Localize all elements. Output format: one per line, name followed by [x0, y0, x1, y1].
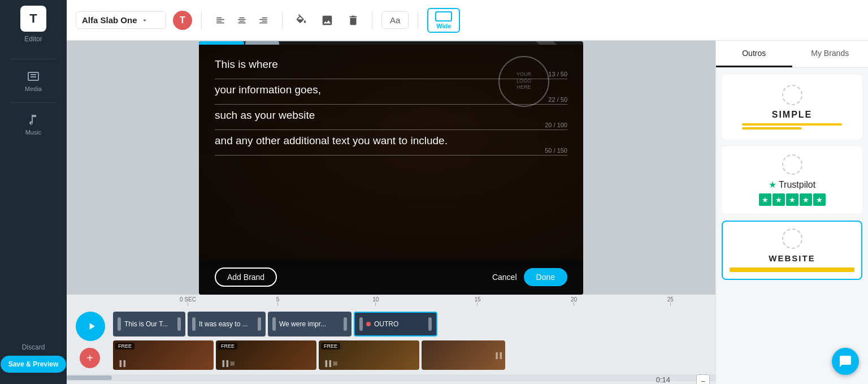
clip-text-1[interactable]: This is Our T... — [113, 312, 185, 336]
clip-handle-left-3 — [272, 317, 276, 331]
clip-text-2[interactable]: It was easy to ... — [188, 312, 266, 336]
color-picker[interactable]: T — [173, 11, 192, 30]
fill-icon — [295, 14, 307, 27]
wide-label: Wide — [436, 23, 451, 29]
font-name: Alfa Slab One — [82, 15, 137, 25]
video-clip-4[interactable]: ▐▐ — [422, 340, 505, 370]
ruler-marks: 0 SEC 5 10 15 20 25 — [180, 295, 715, 307]
text-field-4-counter: 50 / 150 — [215, 147, 567, 154]
text-field-3-line — [215, 130, 567, 130]
clip-text-3[interactable]: We were impr... — [268, 312, 351, 336]
align-center-button[interactable] — [232, 11, 251, 30]
sidebar-divider-1 — [10, 59, 57, 59]
ruler-mark-25: 25 — [667, 296, 674, 306]
align-left-button[interactable] — [211, 11, 230, 30]
media-label: Media — [25, 85, 42, 92]
text-field-4-text: and any other additional text you want t… — [215, 135, 567, 147]
right-panel: Outros My Brands SIMPLE ★ Trustpilot — [715, 41, 868, 384]
wide-icon — [435, 11, 452, 21]
trustpilot-logo-circle — [782, 154, 802, 175]
media-icon — [27, 70, 40, 83]
save-preview-button[interactable]: Save & Preview — [1, 356, 67, 373]
canvas-content: YOUR LOGO HERE This is where 13 / 50 you… — [199, 45, 583, 260]
outro-card-trustpilot[interactable]: ★ Trustpilot ★ ★ ★ ★ ★ — [722, 146, 862, 214]
discard-button[interactable]: Discard — [22, 343, 45, 351]
tp-star-5: ★ — [813, 193, 826, 206]
canvas-panel: Preview YOUR LOGO HERE This is where 13 … — [67, 41, 868, 384]
timeline-tracks: + This is Our T... — [67, 308, 715, 371]
clip-handle-right-2 — [258, 317, 261, 331]
free-badge-2: FREE — [218, 343, 237, 350]
outro-card-website[interactable]: WEBSITE — [722, 221, 862, 280]
tab-outros[interactable]: Outros — [716, 41, 792, 67]
logo-placeholder-text: YOUR LOGO HERE — [517, 71, 531, 91]
music-icon — [27, 113, 40, 127]
logo-placeholder: YOUR LOGO HERE — [498, 56, 549, 107]
video-canvas: Preview YOUR LOGO HERE This is where 13 … — [199, 41, 583, 295]
outro-dot — [366, 322, 371, 326]
trustpilot-name: Trustpilot — [779, 180, 815, 190]
outro-card-simple[interactable]: SIMPLE — [722, 75, 862, 140]
zoom-out-button[interactable]: − — [696, 374, 710, 384]
font-selector[interactable]: Alfa Slab One — [76, 11, 166, 29]
text-field-3[interactable]: such as your website 20 / 100 — [215, 109, 567, 130]
app-logo: T — [20, 6, 46, 32]
sidebar: T Editor Media Music Discard Save & Prev… — [0, 0, 67, 384]
scrollbar-thumb[interactable] — [67, 376, 112, 380]
tp-star-1: ★ — [759, 193, 771, 206]
website-title: WEBSITE — [769, 253, 815, 263]
video-clip-3[interactable]: FREE ▐▐ ⊠ — [319, 340, 419, 370]
cancel-button[interactable]: Cancel — [492, 273, 517, 282]
website-logo-circle — [782, 228, 802, 249]
sidebar-divider-2 — [10, 102, 57, 103]
app-logo-letter: T — [29, 11, 37, 26]
timeline-ruler: 0 SEC 5 10 15 20 25 — [67, 295, 715, 308]
simple-logo-circle — [782, 85, 802, 105]
add-brand-button[interactable]: Add Brand — [215, 267, 277, 287]
simple-title: SIMPLE — [772, 110, 813, 120]
video-track-row: FREE ▐▐ FREE ▐▐ ⊠ FREE ▐▐ ⊠ — [113, 339, 715, 371]
toolbar-divider-3 — [372, 11, 372, 29]
canvas-area: Preview YOUR LOGO HERE This is where 13 … — [67, 41, 715, 384]
sidebar-bottom: Discard Save & Preview — [1, 343, 67, 373]
text-style-button[interactable]: Aa — [381, 11, 409, 29]
align-group — [211, 11, 273, 30]
clip-label-4: OUTRO — [374, 320, 425, 328]
clip-handle-left-1 — [118, 317, 121, 331]
fill-button[interactable] — [292, 11, 311, 30]
video-clip-2[interactable]: FREE ▐▐ ⊠ — [216, 340, 316, 370]
delete-button[interactable] — [344, 11, 363, 30]
tp-star-2: ★ — [772, 193, 785, 206]
trustpilot-logo: ★ Trustpilot — [769, 179, 815, 190]
free-badge-3: FREE — [321, 343, 340, 350]
tracks-container: This is Our T... It was easy to ... — [113, 308, 715, 371]
toolbar: Alfa Slab One T — [67, 0, 868, 41]
align-left-icon — [215, 15, 225, 25]
text-field-4[interactable]: and any other additional text you want t… — [215, 135, 567, 156]
sidebar-item-music[interactable]: Music — [25, 113, 42, 136]
chat-bubble[interactable] — [832, 348, 859, 375]
align-right-icon — [258, 15, 268, 25]
tab-my-brands[interactable]: My Brands — [792, 41, 869, 67]
trustpilot-stars: ★ ★ ★ ★ ★ — [759, 193, 826, 206]
video-clip-1[interactable]: FREE ▐▐ — [113, 340, 214, 370]
time-display: 0:14 — [656, 376, 670, 379]
image-button[interactable] — [318, 11, 337, 30]
timeline: 0 SEC 5 10 15 20 25 + — [67, 295, 715, 384]
play-button[interactable] — [76, 312, 105, 341]
done-button[interactable]: Done — [524, 268, 567, 286]
simple-line-1 — [742, 123, 842, 126]
sidebar-item-media[interactable]: Media — [25, 70, 42, 92]
play-icon — [86, 321, 97, 332]
trustpilot-star-icon: ★ — [769, 179, 776, 190]
ruler-mark-10: 10 — [372, 296, 379, 306]
editor-label: Editor — [24, 35, 42, 43]
clip-label-3: We were impr... — [279, 320, 340, 328]
canvas-actions: Add Brand Cancel Done — [199, 260, 583, 295]
align-right-button[interactable] — [254, 11, 273, 30]
wide-button[interactable]: Wide — [427, 8, 460, 33]
clip-outro[interactable]: OUTRO — [354, 312, 437, 336]
clip-handle-left-4 — [359, 317, 363, 331]
canvas-wrapper: Preview YOUR LOGO HERE This is where 13 … — [67, 41, 715, 295]
add-clip-button[interactable]: + — [80, 348, 100, 368]
